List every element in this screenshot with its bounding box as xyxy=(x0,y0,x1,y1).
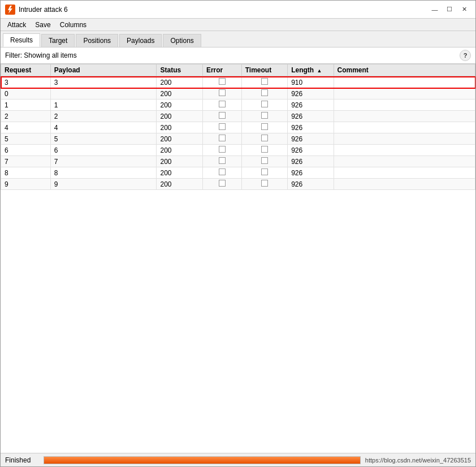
table-body: 3320091002009261120092622200926442009265… xyxy=(1,77,475,190)
table-row[interactable]: 77200926 xyxy=(1,156,475,167)
tab-payloads[interactable]: Payloads xyxy=(119,34,162,47)
results-table: Request Payload Status Error Timeout xyxy=(1,64,475,76)
checkbox[interactable] xyxy=(219,135,226,141)
checkbox[interactable] xyxy=(261,78,268,85)
col-header-timeout[interactable]: Timeout xyxy=(241,64,287,76)
filter-label: Filter: Showing all items xyxy=(5,51,77,59)
checkbox[interactable] xyxy=(219,123,226,130)
col-header-payload[interactable]: Payload xyxy=(50,64,157,76)
checkbox[interactable] xyxy=(261,89,268,96)
checkbox[interactable] xyxy=(261,146,268,153)
table-row[interactable]: 33200910 xyxy=(1,77,475,88)
checkbox[interactable] xyxy=(261,157,268,164)
table-row[interactable]: 11200926 xyxy=(1,100,475,111)
tab-options[interactable]: Options xyxy=(163,34,201,47)
checkbox[interactable] xyxy=(261,112,268,119)
table-row[interactable]: 66200926 xyxy=(1,145,475,156)
status-label: Finished xyxy=(5,456,39,464)
window-title: Intruder attack 6 xyxy=(19,6,68,14)
tab-positions[interactable]: Positions xyxy=(76,34,118,47)
checkbox[interactable] xyxy=(219,168,226,175)
close-button[interactable]: ✕ xyxy=(457,5,471,15)
checkbox[interactable] xyxy=(261,168,268,175)
app-icon xyxy=(5,5,15,15)
table-row[interactable]: 22200926 xyxy=(1,111,475,122)
col-header-length[interactable]: Length ▲ xyxy=(288,64,334,76)
tab-results[interactable]: Results xyxy=(3,33,40,47)
table-container: Request Payload Status Error Timeout xyxy=(1,64,475,453)
sort-indicator-length: ▲ xyxy=(317,68,322,73)
help-button[interactable]: ? xyxy=(460,50,471,61)
progress-bar-fill xyxy=(44,457,360,464)
menu-columns[interactable]: Columns xyxy=(55,20,91,30)
table-row[interactable]: 44200926 xyxy=(1,122,475,133)
table-header-row: Request Payload Status Error Timeout xyxy=(1,64,475,76)
checkbox[interactable] xyxy=(261,101,268,107)
window-controls: — ☐ ✕ xyxy=(428,5,471,15)
checkbox[interactable] xyxy=(219,146,226,153)
menu-bar: Attack Save Columns xyxy=(1,19,475,31)
results-data-table: 3320091002009261120092622200926442009265… xyxy=(1,76,475,190)
checkbox[interactable] xyxy=(261,123,268,130)
maximize-button[interactable]: ☐ xyxy=(443,5,456,15)
checkbox[interactable] xyxy=(261,135,268,141)
table-row[interactable]: 99200926 xyxy=(1,179,475,190)
col-header-comment[interactable]: Comment xyxy=(334,64,475,76)
col-header-status[interactable]: Status xyxy=(157,64,202,76)
tabs-bar: Results Target Positions Payloads Option… xyxy=(1,31,475,47)
main-window: Intruder attack 6 — ☐ ✕ Attack Save Colu… xyxy=(0,0,476,467)
table-row[interactable]: 55200926 xyxy=(1,133,475,145)
table-row[interactable]: 0200926 xyxy=(1,88,475,100)
progress-bar-container xyxy=(44,456,361,464)
col-header-error[interactable]: Error xyxy=(202,64,241,76)
checkbox[interactable] xyxy=(219,112,226,119)
checkbox[interactable] xyxy=(219,89,226,96)
checkbox[interactable] xyxy=(219,180,226,187)
checkbox[interactable] xyxy=(219,78,226,85)
table-scroll-area[interactable]: 3320091002009261120092622200926442009265… xyxy=(1,76,475,453)
menu-save[interactable]: Save xyxy=(31,20,55,30)
menu-attack[interactable]: Attack xyxy=(3,20,31,30)
table-row[interactable]: 88200926 xyxy=(1,167,475,179)
status-bar: Finished https://blog.csdn.net/weixin_47… xyxy=(1,453,475,466)
tab-target[interactable]: Target xyxy=(41,34,75,47)
title-bar: Intruder attack 6 — ☐ ✕ xyxy=(1,1,475,19)
minimize-button[interactable]: — xyxy=(428,5,442,15)
checkbox[interactable] xyxy=(261,180,268,187)
checkbox[interactable] xyxy=(219,157,226,164)
col-header-request[interactable]: Request xyxy=(1,64,51,76)
status-url: https://blog.csdn.net/weixin_47263515 xyxy=(365,457,471,464)
checkbox[interactable] xyxy=(219,101,226,107)
filter-bar: Filter: Showing all items ? xyxy=(1,47,475,64)
